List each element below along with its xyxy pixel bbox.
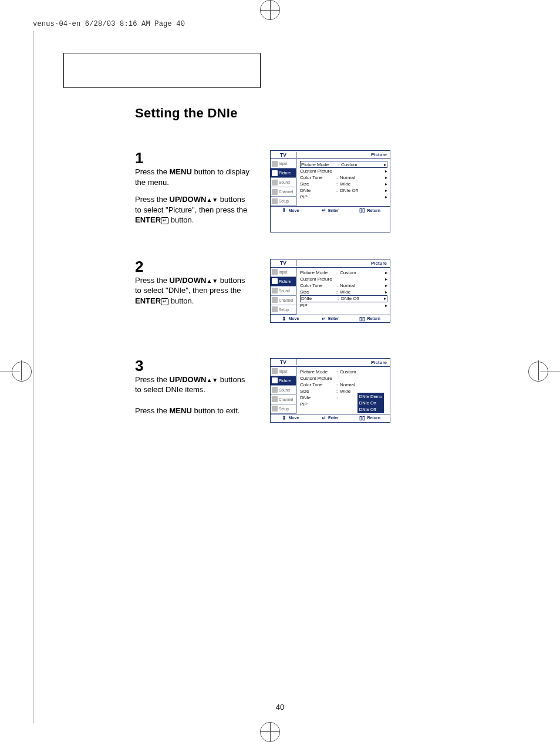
osd-row-dnie[interactable]: DNIe:DNIe Off▸: [300, 295, 387, 302]
osd-dnie-dropdown[interactable]: DNIe Demo DNIe On DNIe Off: [357, 393, 384, 413]
setup-icon: [272, 198, 278, 204]
osd-section-title: Picture: [296, 152, 390, 157]
osd-tv-label: TV: [271, 260, 296, 266]
dropdown-item[interactable]: DNIe Demo: [359, 393, 382, 400]
osd-screenshot-1: TV Picture Input Picture Sound Channel S…: [270, 150, 390, 232]
osd-tab-input[interactable]: Input: [271, 367, 296, 376]
val: Custom: [341, 162, 382, 167]
lbl: Picture: [279, 171, 291, 175]
lbl: Enter: [328, 316, 339, 321]
txt-bold: ENTER: [135, 296, 161, 305]
osd-tabs: Input Picture Sound Channel Setup: [271, 367, 296, 414]
setup-icon: [272, 306, 278, 312]
chevron-right-icon: ▸: [383, 194, 387, 200]
txt: Press the: [135, 276, 170, 285]
lbl: Custom Picture: [300, 376, 336, 381]
content: Setting the DNIe 1 Press the MENU button…: [53, 53, 507, 449]
lbl: Channel: [279, 298, 293, 302]
osd-tab-sound[interactable]: Sound: [271, 286, 296, 296]
osd-tab-channel[interactable]: Channel: [271, 395, 296, 404]
lbl: Color Tone: [300, 382, 336, 387]
osd-row-size[interactable]: Size:Wide▸: [300, 289, 387, 295]
empty-box: [63, 53, 261, 88]
lbl: Return: [367, 316, 380, 321]
osd-row-color-tone[interactable]: Color Tone:Normal: [300, 382, 387, 388]
osd-tab-channel[interactable]: Channel: [271, 187, 296, 197]
lbl: Size: [300, 289, 336, 295]
osd-row-pip[interactable]: PIP▸: [300, 302, 387, 309]
step-2: 2 Press the UP/DOWN▲▼ buttons to select …: [135, 259, 507, 323]
osd-tab-channel[interactable]: Channel: [271, 296, 296, 305]
osd-footer: ⇕Move ↵Enter ▯▯Return: [271, 315, 390, 322]
osd-row-pip[interactable]: PIP▸: [300, 194, 387, 200]
osd-header: TV Picture: [271, 151, 390, 159]
val: Custom: [340, 270, 383, 275]
updown-arrows-icon: ▲▼: [206, 377, 218, 383]
sound-icon: [272, 288, 278, 294]
osd-row-color-tone[interactable]: Color Tone:Normal▸: [300, 282, 387, 289]
osd-row-custom-picture[interactable]: Custom Picture▸: [300, 168, 387, 174]
lbl: Enter: [328, 208, 339, 213]
txt-bold: UP/DOWN: [170, 195, 207, 204]
lbl: Custom Picture: [300, 168, 336, 174]
step-1-text: 1 Press the MENU button to display the m…: [135, 150, 252, 232]
updown-icon: ⇕: [282, 316, 286, 322]
updown-arrows-icon: ▲▼: [206, 278, 218, 284]
txt: Press the: [135, 375, 170, 384]
osd-row-custom-picture[interactable]: Custom Picture: [300, 375, 387, 382]
chevron-right-icon: ▸: [382, 296, 386, 301]
dropdown-item[interactable]: DNIe On: [359, 400, 382, 406]
crop-mark: [528, 362, 548, 382]
lbl: Move: [288, 316, 299, 321]
lbl: Sound: [279, 388, 290, 392]
osd-tab-sound[interactable]: Sound: [271, 178, 296, 187]
setup-icon: [272, 406, 278, 412]
page-number: 40: [0, 703, 560, 711]
osd-tab-picture[interactable]: Picture: [271, 277, 296, 286]
txt: button to exit.: [192, 406, 240, 415]
osd-row-picture-mode[interactable]: Picture Mode:Custom: [300, 369, 387, 375]
lbl: Channel: [279, 190, 293, 194]
lbl: Return: [367, 416, 380, 420]
osd-header: TV Picture: [271, 359, 390, 367]
lbl: Custom Picture: [300, 276, 336, 282]
picture-icon: [272, 170, 278, 176]
input-icon: [272, 269, 278, 275]
osd-tab-input[interactable]: Input: [271, 268, 296, 277]
osd-row-picture-mode[interactable]: Picture Mode:Custom▸: [300, 269, 387, 276]
osd-tab-setup[interactable]: Setup: [271, 305, 296, 315]
lbl: Return: [367, 208, 380, 213]
osd-row-picture-mode[interactable]: Picture Mode:Custom▸: [300, 161, 387, 168]
osd-list: Picture Mode:Custom▸ Custom Picture▸ Col…: [296, 268, 390, 315]
val: Custom: [340, 369, 383, 375]
crop-mark: [12, 362, 32, 382]
osd-tab-setup[interactable]: Setup: [271, 197, 296, 206]
osd-section-title: Picture: [296, 360, 390, 365]
osd-row-dnie[interactable]: DNIe:DNIe Off▸: [300, 187, 387, 194]
step-1: 1 Press the MENU button to display the m…: [135, 150, 507, 232]
osd-screenshot-2: TV Picture Input Picture Sound Channel S…: [270, 259, 390, 323]
osd-row-custom-picture[interactable]: Custom Picture▸: [300, 276, 387, 282]
osd-tab-picture[interactable]: Picture: [271, 376, 296, 386]
osd-tab-picture[interactable]: Picture: [271, 168, 296, 178]
osd-tab-sound[interactable]: Sound: [271, 386, 296, 395]
lbl: Picture Mode: [300, 270, 336, 275]
enter-icon: ↵: [322, 207, 326, 213]
osd-header: TV Picture: [271, 259, 390, 268]
osd-row-size[interactable]: Size:Wide▸: [300, 181, 387, 187]
lbl: Setup: [279, 407, 289, 411]
sound-icon: [272, 387, 278, 393]
sound-icon: [272, 180, 278, 186]
return-icon: ▯▯: [359, 415, 365, 421]
page-title: Setting the DNIe: [135, 106, 507, 121]
lbl: Move: [288, 208, 299, 213]
lbl: Input: [279, 161, 287, 166]
dropdown-item[interactable]: DNIe Off: [359, 406, 382, 413]
osd-row-color-tone[interactable]: Color Tone:Normal▸: [300, 174, 387, 181]
chevron-right-icon: ▸: [383, 303, 387, 308]
osd-tab-input[interactable]: Input: [271, 159, 296, 168]
lbl: Color Tone: [300, 283, 336, 288]
osd-tab-setup[interactable]: Setup: [271, 404, 296, 414]
osd-foot-enter: ↵Enter: [311, 316, 350, 322]
osd-tabs: Input Picture Sound Channel Setup: [271, 268, 296, 315]
